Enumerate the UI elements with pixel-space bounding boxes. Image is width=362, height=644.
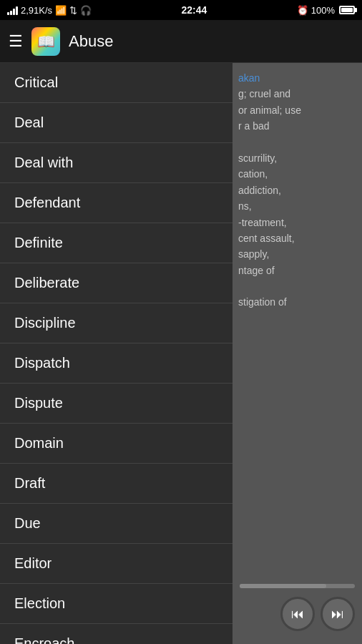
- sidebar-item-deal[interactable]: Deal: [0, 103, 233, 143]
- sidebar-item-deliberate[interactable]: Deliberate: [0, 263, 233, 303]
- battery-icon: [339, 6, 355, 14]
- nav-controls: ⏮ ⏭: [240, 597, 355, 637]
- content-line-8: -treatment,: [238, 217, 287, 228]
- content-line-5: cation,: [238, 168, 268, 180]
- content-line-6: addiction,: [238, 185, 281, 196]
- content-line-10: sapply,: [238, 248, 269, 260]
- usb-icon: ⇅: [69, 5, 77, 16]
- battery-percent: 100%: [311, 5, 335, 16]
- sidebar-item-critical[interactable]: Critical: [0, 63, 233, 103]
- sidebar-item-definite[interactable]: Definite: [0, 223, 233, 263]
- sidebar-item-discipline[interactable]: Discipline: [0, 303, 233, 343]
- sidebar-item-due[interactable]: Due: [0, 504, 233, 544]
- app-bar: ☰ 📖 Abuse: [0, 20, 362, 63]
- content-bottom: ⏮ ⏭: [233, 577, 362, 644]
- progress-bar-fill: [240, 584, 326, 588]
- next-button[interactable]: ⏭: [321, 597, 355, 631]
- content-line-7: ns,: [238, 200, 252, 212]
- sidebar-item-dispute[interactable]: Dispute: [0, 384, 233, 424]
- prev-button[interactable]: ⏮: [280, 597, 315, 631]
- headset-icon: 🎧: [80, 5, 92, 16]
- app-logo: 📖: [37, 33, 55, 50]
- app-icon: 📖: [31, 27, 60, 56]
- sidebar-item-draft[interactable]: Draft: [0, 464, 233, 504]
- progress-bar-container: [240, 584, 355, 588]
- content-line-3: r a bad: [238, 120, 270, 132]
- main-layout: CriticalDealDeal withDefendantDefiniteDe…: [0, 63, 362, 644]
- wifi-icon: 📶: [55, 5, 67, 16]
- status-time: 22:44: [182, 4, 207, 16]
- content-text: akan g; cruel and or animal; use r a bad…: [233, 63, 362, 318]
- hamburger-icon[interactable]: ☰: [9, 32, 23, 51]
- content-link[interactable]: akan: [238, 72, 260, 84]
- sidebar-item-editor[interactable]: Editor: [0, 544, 233, 584]
- content-line-12: stigation of: [238, 296, 287, 308]
- signal-speed: 2,91K/s: [21, 5, 52, 16]
- content-line-2: or animal; use: [238, 104, 301, 116]
- alarm-icon: ⏰: [297, 5, 308, 16]
- content-line-9: cent assault,: [238, 233, 295, 244]
- sidebar-drawer: CriticalDealDeal withDefendantDefiniteDe…: [0, 63, 233, 644]
- sidebar-item-domain[interactable]: Domain: [0, 424, 233, 464]
- status-bar: 2,91K/s 📶 ⇅ 🎧 22:44 ⏰ 100%: [0, 0, 362, 20]
- status-left: 2,91K/s 📶 ⇅ 🎧: [7, 5, 92, 16]
- content-line-11: ntage of: [238, 265, 275, 276]
- status-right: ⏰ 100%: [297, 5, 355, 16]
- sidebar-item-encroach[interactable]: Encroach: [0, 624, 233, 644]
- sidebar-item-defendant[interactable]: Defendant: [0, 183, 233, 223]
- sidebar-item-dispatch[interactable]: Dispatch: [0, 343, 233, 384]
- content-line-4: scurrility,: [238, 152, 277, 164]
- content-panel: akan g; cruel and or animal; use r a bad…: [233, 63, 362, 644]
- signal-icon: [7, 5, 18, 15]
- sidebar-item-election[interactable]: Election: [0, 584, 233, 624]
- sidebar-item-deal-with[interactable]: Deal with: [0, 143, 233, 183]
- app-title: Abuse: [69, 32, 113, 51]
- content-line-1: g; cruel and: [238, 88, 290, 99]
